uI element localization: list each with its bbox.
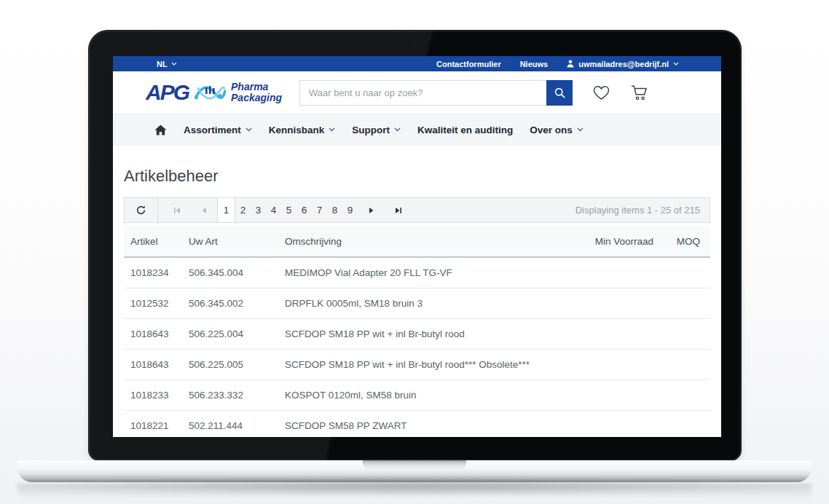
table-row[interactable]: 1018643 506.225.005 SCFDOP SM18 PP wit +… <box>124 350 710 380</box>
page-number-2[interactable]: 2 <box>235 198 251 222</box>
topbar-link-contactformulier[interactable]: Contactformulier <box>436 60 501 68</box>
previous-page-icon <box>201 207 207 214</box>
table-row[interactable]: 1018221 502.211.444 SCFDOP SM58 PP ZWART <box>124 411 710 437</box>
language-selector[interactable]: NL <box>157 60 177 68</box>
page-number-8[interactable]: 8 <box>327 198 342 222</box>
nav-item-kennisbank[interactable]: Kennisbank <box>269 125 336 135</box>
article-table: Artikel Uw Art Omschrijving Min Voorraad… <box>124 226 710 437</box>
cell-uw-art: 506.233.332 <box>189 390 285 401</box>
cell-omschrijving: SCFDOP SM18 PP wit + inl Br-butyl rood**… <box>285 359 575 370</box>
logo-brand-text: APG <box>146 82 189 103</box>
cell-artikel: 1012532 <box>130 298 189 309</box>
table-header-row: Artikel Uw Art Omschrijving Min Voorraad… <box>124 226 710 258</box>
company-logo: APG Pharma Packaging <box>146 81 282 104</box>
chevron-down-icon <box>394 127 401 132</box>
nav-home-button[interactable] <box>154 125 167 135</box>
webcam <box>412 41 417 47</box>
cell-uw-art: 506.345.004 <box>189 267 285 278</box>
cell-artikel: 1018643 <box>130 359 189 370</box>
page-content: Artikelbeheer <box>113 167 721 437</box>
table-row[interactable]: 1018234 506.345.004 MEDIMOP Vial Adapter… <box>124 258 710 288</box>
cell-artikel: 1018221 <box>130 420 189 431</box>
column-header-omschrijving[interactable]: Omschrijving <box>285 236 575 247</box>
dna-helix-icon <box>194 81 226 104</box>
table-row[interactable]: 1018233 506.233.332 KOSPOT 0120ml, SM58 … <box>124 380 710 411</box>
cell-omschrijving: MEDIMOP Vial Adapter 20 FLL TG-VF <box>285 267 575 278</box>
last-page-icon <box>395 207 402 214</box>
page-title: Artikelbeheer <box>124 167 710 186</box>
column-header-moq[interactable]: MOQ <box>653 236 700 247</box>
nav-item-kwaliteit-en-auditing[interactable]: Kwaliteit en auditing <box>417 125 513 135</box>
next-page-icon <box>369 207 374 214</box>
refresh-button[interactable] <box>125 198 158 222</box>
wishlist-button[interactable] <box>592 84 610 101</box>
language-label: NL <box>157 60 168 68</box>
chevron-down-icon <box>577 127 584 132</box>
user-email: uwmailadres@bedrijf.nl <box>578 60 669 68</box>
cell-artikel: 1018643 <box>130 328 189 339</box>
next-page-button[interactable] <box>358 198 385 222</box>
cell-uw-art: 506.225.004 <box>189 328 285 339</box>
user-icon <box>567 60 574 68</box>
page-number-1[interactable]: 1 <box>217 198 235 222</box>
column-header-uw-art[interactable]: Uw Art <box>189 236 285 247</box>
cart-icon <box>630 84 649 101</box>
cell-uw-art: 502.211.444 <box>189 420 285 431</box>
first-page-icon <box>173 207 181 214</box>
table-row[interactable]: 1012532 506.345.002 DRPFLK 0005ml, SM18 … <box>124 288 710 319</box>
cell-omschrijving: SCFDOP SM58 PP ZWART <box>285 420 575 431</box>
pagination-status: Displaying items 1 - 25 of 215 <box>575 205 710 216</box>
chevron-down-icon <box>329 127 335 132</box>
page-number-7[interactable]: 7 <box>312 198 327 222</box>
browser-screen: NL Contactformulier Nieuws uwmailadres@b… <box>113 56 721 437</box>
topbar-link-nieuws[interactable]: Nieuws <box>520 60 549 68</box>
home-icon <box>154 125 167 135</box>
cell-omschrijving: KOSPOT 0120ml, SM58 bruin <box>285 390 575 401</box>
cell-uw-art: 506.225.005 <box>189 359 285 370</box>
main-navigation: Assortiment Kennisbank Support Kwaliteit… <box>113 114 721 146</box>
chevron-down-icon <box>673 62 679 66</box>
page-number-4[interactable]: 4 <box>266 198 281 222</box>
laptop-base-notch <box>363 460 466 470</box>
search-bar <box>299 80 573 106</box>
page-number-3[interactable]: 3 <box>251 198 266 222</box>
logo-tagline: Pharma Packaging <box>231 82 282 104</box>
laptop-lid: NL Contactformulier Nieuws uwmailadres@b… <box>89 31 741 460</box>
cell-omschrijving: DRPFLK 0005ml, SM18 bruin 3 <box>285 298 575 309</box>
nav-item-over-ons[interactable]: Over ons <box>530 125 584 135</box>
page-number-5[interactable]: 5 <box>281 198 296 222</box>
page-number-6[interactable]: 6 <box>296 198 312 222</box>
cart-button[interactable] <box>630 84 649 101</box>
laptop-reflection <box>17 484 812 503</box>
search-input[interactable] <box>299 80 546 106</box>
refresh-icon <box>135 205 146 216</box>
cell-uw-art: 506.345.002 <box>189 298 285 309</box>
pagination-toolbar: 1 2 3 4 5 6 7 8 9 <box>124 197 710 223</box>
table-row[interactable]: 1018643 506.225.004 SCFDOP SM18 PP wit +… <box>124 319 710 350</box>
column-header-artikel[interactable]: Artikel <box>130 236 189 247</box>
heart-icon <box>592 84 610 101</box>
nav-item-support[interactable]: Support <box>352 125 401 135</box>
chevron-down-icon <box>171 62 177 66</box>
cell-omschrijving: SCFDOP SM18 PP wit + inl Br-butyl rood <box>285 328 575 339</box>
nav-item-assortiment[interactable]: Assortiment <box>184 125 252 135</box>
cell-artikel: 1018234 <box>130 267 189 278</box>
page-number-9[interactable]: 9 <box>342 198 358 222</box>
column-header-min-voorraad[interactable]: Min Voorraad <box>575 236 653 247</box>
site-header: APG Pharma Packaging <box>113 71 721 114</box>
user-account-menu[interactable]: uwmailadres@bedrijf.nl <box>567 60 679 68</box>
search-icon <box>554 87 565 98</box>
top-utility-bar: NL Contactformulier Nieuws uwmailadres@b… <box>113 56 721 71</box>
search-button[interactable] <box>546 80 573 106</box>
first-page-button[interactable] <box>163 198 190 222</box>
chevron-down-icon <box>245 127 252 132</box>
cell-artikel: 1018233 <box>130 390 189 401</box>
previous-page-button[interactable] <box>190 198 217 222</box>
last-page-button[interactable] <box>385 198 412 222</box>
